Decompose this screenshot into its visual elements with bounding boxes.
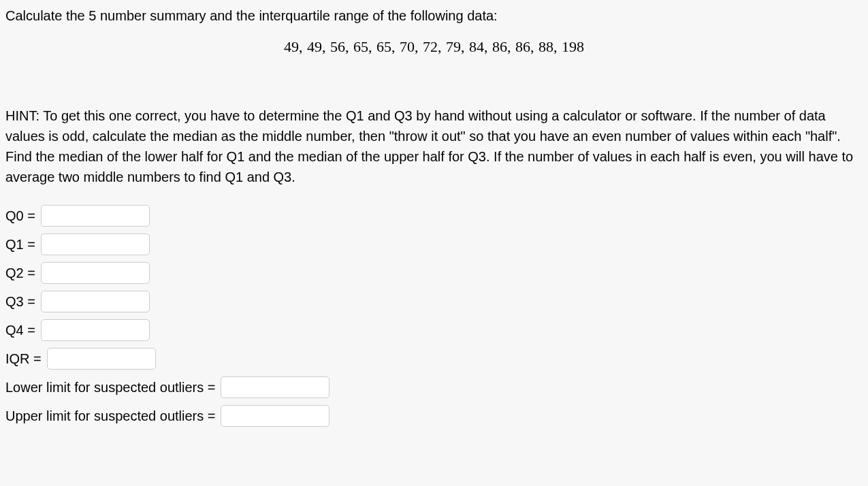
- q3-label: Q3 =: [5, 291, 35, 312]
- answer-row-q1: Q1 =: [5, 233, 863, 255]
- lower-limit-input[interactable]: [221, 376, 329, 398]
- answer-row-q4: Q4 =: [5, 319, 863, 341]
- q2-input[interactable]: [41, 262, 150, 284]
- q0-input[interactable]: [41, 205, 150, 227]
- q3-input[interactable]: [41, 291, 150, 312]
- q4-label: Q4 =: [5, 320, 35, 340]
- answer-row-q0: Q0 =: [5, 205, 863, 227]
- question-prompt: Calculate the 5 number summary and the i…: [5, 5, 863, 26]
- iqr-label: IQR =: [5, 349, 42, 369]
- q4-input[interactable]: [41, 319, 150, 341]
- upper-limit-label: Upper limit for suspected outliers =: [5, 406, 215, 426]
- q0-label: Q0 =: [5, 206, 35, 226]
- q1-input[interactable]: [41, 233, 150, 255]
- answer-row-iqr: IQR =: [5, 348, 863, 370]
- q2-label: Q2 =: [5, 263, 35, 283]
- hint-text: HINT: To get this one correct, you have …: [5, 106, 863, 187]
- answer-row-upper-limit: Upper limit for suspected outliers =: [5, 405, 863, 427]
- answer-section: Q0 = Q1 = Q2 = Q3 = Q4 = IQR = Lower lim…: [5, 205, 863, 427]
- answer-row-q2: Q2 =: [5, 262, 863, 284]
- upper-limit-input[interactable]: [221, 405, 329, 427]
- answer-row-lower-limit: Lower limit for suspected outliers =: [5, 376, 863, 398]
- q1-label: Q1 =: [5, 234, 35, 255]
- answer-row-q3: Q3 =: [5, 291, 863, 312]
- data-values: 49, 49, 56, 65, 65, 70, 72, 79, 84, 86, …: [5, 35, 863, 58]
- iqr-input[interactable]: [47, 348, 156, 370]
- lower-limit-label: Lower limit for suspected outliers =: [5, 377, 215, 398]
